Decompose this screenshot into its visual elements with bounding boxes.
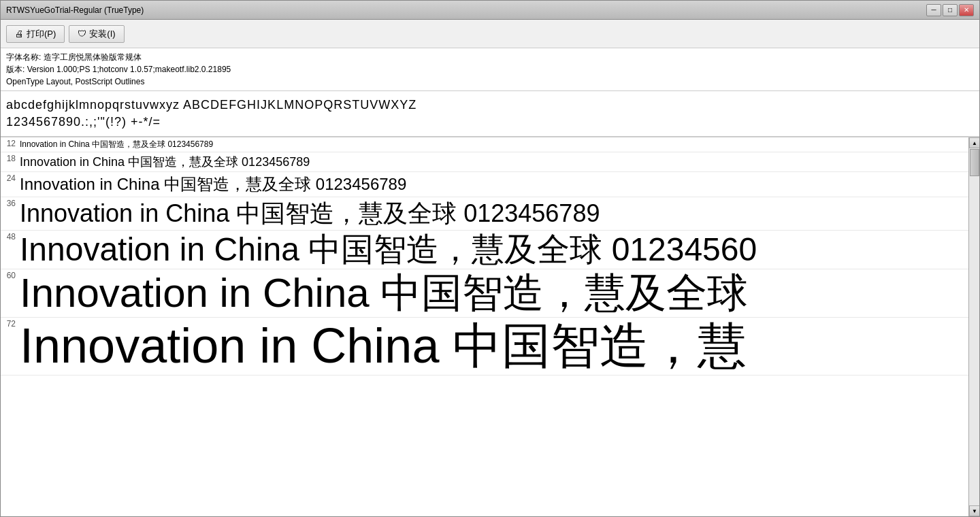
type-line: OpenType Layout, PostScript Outlines xyxy=(6,76,974,88)
font-name-line: 字体名称: 造字工房悦黑体验版常规体 xyxy=(6,51,974,63)
toolbar: 🖨 打印(P) 🛡 安装(I) xyxy=(1,20,979,48)
sample-text-60: Innovation in China 中国智造，慧及全球 xyxy=(20,269,748,317)
window-title: RTWSYueGoTrial-Regular (TrueType) xyxy=(6,5,144,15)
size-label-24: 24 xyxy=(1,172,20,183)
version-value: Version 1.000;PS 1;hotconv 1.0.57;makeot… xyxy=(27,65,231,74)
size-label-72: 72 xyxy=(1,318,20,329)
sample-text-72: Innovation in China 中国智造，慧 xyxy=(20,318,747,374)
install-icon: 🛡 xyxy=(78,29,86,39)
scroll-down-icon: ▼ xyxy=(972,508,977,514)
minimize-button[interactable]: ─ xyxy=(926,4,941,16)
sample-row-48: 48 Innovation in China 中国智造，慧及全球 0123456… xyxy=(1,231,979,270)
title-bar: RTWSYueGoTrial-Regular (TrueType) ─ □ ✕ xyxy=(1,1,979,20)
scrollbar[interactable]: ▲ ▼ xyxy=(968,137,979,516)
sample-text-24: Innovation in China 中国智造，慧及全球 0123456789 xyxy=(20,172,406,197)
font-name-value: 造字工房悦黑体验版常规体 xyxy=(44,52,142,62)
sample-area: 12 Innovation in China 中国智造，慧及全球 0123456… xyxy=(1,137,979,516)
scrollbar-thumb[interactable] xyxy=(970,149,979,176)
maximize-button[interactable]: □ xyxy=(943,4,958,16)
sample-text-18: Innovation in China 中国智造，慧及全球 0123456789 xyxy=(20,152,310,171)
type-value: OpenType Layout, PostScript Outlines xyxy=(6,77,144,86)
printer-icon: 🖨 xyxy=(15,29,24,39)
character-preview: abcdefghijklmnopqrstuvwxyz ABCDEFGHIJKLM… xyxy=(1,91,979,137)
close-button[interactable]: ✕ xyxy=(959,4,974,16)
version-line: 版本: Version 1.000;PS 1;hotconv 1.0.57;ma… xyxy=(6,63,974,76)
scrollbar-track[interactable] xyxy=(969,148,979,505)
sample-row-60: 60 Innovation in China 中国智造，慧及全球 xyxy=(1,269,979,318)
version-label: 版本: xyxy=(6,65,24,74)
print-button[interactable]: 🖨 打印(P) xyxy=(6,25,65,43)
size-label-18: 18 xyxy=(1,152,20,163)
size-label-60: 60 xyxy=(1,269,20,280)
scroll-down-button[interactable]: ▼ xyxy=(969,505,979,516)
window-controls: ─ □ ✕ xyxy=(926,4,974,16)
sample-row-24: 24 Innovation in China 中国智造，慧及全球 0123456… xyxy=(1,172,979,197)
sample-text-12: Innovation in China 中国智造，慧及全球 0123456789 xyxy=(20,137,213,152)
scroll-up-button[interactable]: ▲ xyxy=(969,137,979,148)
number-line: 1234567890.:,;'"(!?) +-*/= xyxy=(6,114,974,131)
sample-row-72: 72 Innovation in China 中国智造，慧 xyxy=(1,318,979,375)
sample-row-18: 18 Innovation in China 中国智造，慧及全球 0123456… xyxy=(1,152,979,172)
sample-text-48: Innovation in China 中国智造，慧及全球 01234560 xyxy=(20,231,757,269)
install-button[interactable]: 🛡 安装(I) xyxy=(69,25,124,43)
main-window: RTWSYueGoTrial-Regular (TrueType) ─ □ ✕ … xyxy=(0,0,980,517)
size-label-36: 36 xyxy=(1,197,20,208)
sample-text-36: Innovation in China 中国智造，慧及全球 0123456789 xyxy=(20,197,600,229)
font-name-label: 字体名称: xyxy=(6,52,41,62)
alphabet-line: abcdefghijklmnopqrstuvwxyz ABCDEFGHIJKLM… xyxy=(6,97,974,114)
sample-row-12: 12 Innovation in China 中国智造，慧及全球 0123456… xyxy=(1,137,979,152)
font-info-section: 字体名称: 造字工房悦黑体验版常规体 版本: Version 1.000;PS … xyxy=(1,48,979,91)
sample-row-36: 36 Innovation in China 中国智造，慧及全球 0123456… xyxy=(1,197,979,230)
size-label-48: 48 xyxy=(1,231,20,241)
scroll-up-icon: ▲ xyxy=(972,140,977,146)
size-label-12: 12 xyxy=(1,137,20,148)
